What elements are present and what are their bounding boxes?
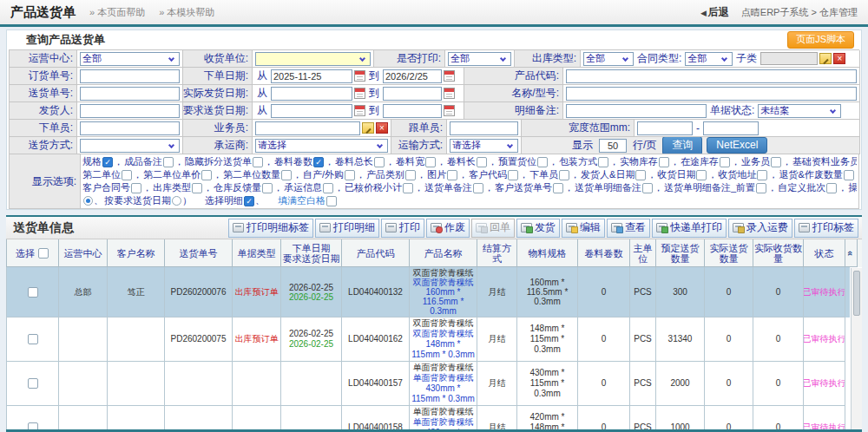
toolbar-button[interactable]: 发货 bbox=[516, 219, 560, 238]
option-checkbox[interactable]: ✓ bbox=[244, 196, 254, 206]
toolbar-button[interactable]: 录入运费 bbox=[728, 219, 792, 238]
option-checkbox[interactable] bbox=[598, 157, 608, 167]
page-help-link[interactable]: » 本页面帮助 bbox=[89, 6, 145, 19]
option-checkbox[interactable] bbox=[642, 183, 653, 193]
option-checkbox[interactable] bbox=[323, 183, 333, 193]
toolbar-button[interactable]: 查看 bbox=[607, 219, 650, 238]
option-radio[interactable] bbox=[83, 196, 93, 206]
row-checkbox[interactable] bbox=[28, 378, 38, 389]
calendar-icon[interactable] bbox=[444, 70, 455, 82]
outbound-type-select[interactable]: 全部 bbox=[583, 52, 634, 66]
toolbar-button[interactable]: 快递单打印 bbox=[652, 219, 727, 238]
name-model-input[interactable] bbox=[566, 87, 857, 101]
option-checkbox[interactable] bbox=[447, 170, 457, 180]
netexcel-button[interactable]: NetExcel bbox=[707, 137, 767, 154]
option-checkbox[interactable] bbox=[696, 170, 707, 180]
subclass-picker-icon[interactable] bbox=[819, 53, 832, 64]
option-checkbox[interactable] bbox=[720, 157, 730, 167]
doc-status-select[interactable]: 未结案 bbox=[758, 104, 841, 118]
option-checkbox[interactable] bbox=[281, 170, 292, 180]
product-name-link[interactable]: 单面背胶青稞纸420mm * 148mm * 0.3mm bbox=[411, 417, 476, 432]
order-date-from-input[interactable] bbox=[271, 69, 352, 83]
toolbar-button[interactable]: 打印 bbox=[381, 219, 424, 238]
subclass-clear-icon[interactable]: × bbox=[833, 53, 845, 64]
merchandiser-input[interactable] bbox=[450, 121, 518, 135]
option-checkbox[interactable] bbox=[473, 183, 483, 193]
back-button[interactable]: ◀后退 bbox=[700, 5, 729, 20]
actual-ship-date-to-input[interactable] bbox=[383, 87, 442, 101]
salesman-clear-icon[interactable]: × bbox=[376, 122, 388, 134]
product-name-link[interactable]: 单面背胶青稞纸430mm * 115mm * 0.3mm bbox=[411, 373, 476, 404]
query-button[interactable]: 查询 bbox=[662, 137, 702, 154]
breadcrumb-module[interactable]: 仓库管理 bbox=[819, 7, 858, 17]
option-checkbox[interactable] bbox=[659, 157, 669, 167]
option-checkbox[interactable] bbox=[262, 183, 273, 193]
option-radio[interactable] bbox=[172, 196, 181, 206]
receiver-unit-select[interactable] bbox=[255, 52, 371, 66]
row-checkbox[interactable] bbox=[28, 334, 38, 344]
option-link-label[interactable]: 填满空白格 bbox=[278, 194, 326, 207]
option-checkbox[interactable] bbox=[508, 170, 518, 180]
option-checkbox[interactable] bbox=[756, 183, 766, 193]
breadcrumb-system[interactable]: 点晴ERP子系统 bbox=[741, 7, 809, 17]
carrier-select[interactable]: 请选择 bbox=[255, 139, 388, 153]
contract-type-select[interactable]: 全部 bbox=[685, 52, 733, 66]
option-checkbox[interactable] bbox=[122, 170, 132, 180]
toolbar-button[interactable]: 打印明细标签 bbox=[228, 219, 313, 238]
product-name-link[interactable]: 双面背胶青稞纸160mm * 116.5mm * 0.3mm bbox=[411, 278, 476, 316]
option-checkbox[interactable] bbox=[345, 170, 355, 180]
toolbar-button[interactable]: 打印明细 bbox=[315, 219, 379, 238]
option-checkbox[interactable] bbox=[403, 183, 413, 193]
toolbar-button[interactable]: 回单 bbox=[471, 219, 515, 238]
page-js-script-button[interactable]: 页面JS脚本 bbox=[787, 31, 854, 49]
calendar-icon[interactable] bbox=[444, 105, 455, 116]
printed-select[interactable]: 全部 bbox=[448, 52, 511, 66]
option-checkbox[interactable] bbox=[163, 157, 174, 167]
option-checkbox[interactable] bbox=[253, 157, 263, 167]
delivery-method-select[interactable] bbox=[80, 139, 180, 153]
calendar-icon[interactable] bbox=[354, 88, 365, 99]
option-checkbox[interactable] bbox=[405, 170, 416, 180]
module-help-link[interactable]: » 本模块帮助 bbox=[159, 6, 214, 19]
option-checkbox[interactable] bbox=[771, 157, 781, 167]
row-checkbox[interactable] bbox=[28, 422, 38, 432]
transport-method-select[interactable]: 请选择 bbox=[450, 139, 518, 153]
vertical-scrollbar[interactable] bbox=[851, 268, 862, 432]
width-min-input[interactable] bbox=[637, 121, 693, 135]
operation-center-select[interactable]: 全部 bbox=[80, 52, 180, 66]
option-checkbox[interactable] bbox=[826, 183, 837, 193]
shipper-input[interactable] bbox=[80, 104, 180, 118]
option-checkbox[interactable] bbox=[192, 183, 202, 193]
option-checkbox[interactable] bbox=[757, 170, 767, 180]
width-max-input[interactable] bbox=[703, 121, 759, 135]
salesman-input[interactable] bbox=[255, 121, 360, 135]
option-checkbox[interactable]: ✓ bbox=[313, 157, 324, 167]
option-checkbox[interactable]: ✓ bbox=[102, 157, 113, 167]
option-checkbox[interactable] bbox=[477, 157, 487, 167]
scrollbar-thumb[interactable] bbox=[853, 271, 860, 316]
option-checkbox[interactable] bbox=[201, 170, 212, 180]
rows-per-page-input[interactable] bbox=[599, 139, 627, 153]
option-checkbox[interactable] bbox=[537, 157, 548, 167]
salesman-picker-icon[interactable] bbox=[362, 122, 374, 134]
select-all-checkbox[interactable] bbox=[38, 248, 49, 259]
toolbar-button[interactable]: 编辑 bbox=[562, 219, 605, 238]
required-date-to-input[interactable] bbox=[383, 104, 442, 118]
row-checkbox[interactable] bbox=[28, 287, 38, 298]
actual-ship-date-from-input[interactable] bbox=[271, 87, 352, 101]
column-header-collapse[interactable]: « bbox=[845, 239, 858, 267]
option-checkbox[interactable] bbox=[326, 196, 337, 206]
option-checkbox[interactable] bbox=[635, 170, 646, 180]
option-checkbox[interactable] bbox=[131, 183, 141, 193]
calendar-icon[interactable] bbox=[444, 88, 455, 99]
option-checkbox[interactable] bbox=[553, 183, 563, 193]
option-checkbox[interactable] bbox=[374, 157, 385, 167]
order-no-input[interactable] bbox=[80, 69, 180, 83]
order-date-to-input[interactable] bbox=[383, 69, 442, 83]
orderer-input[interactable] bbox=[80, 121, 180, 135]
required-date-from-input[interactable] bbox=[271, 104, 352, 118]
toolbar-button[interactable]: 作废 bbox=[426, 219, 470, 238]
detail-note-input[interactable] bbox=[566, 104, 707, 118]
toolbar-button[interactable]: 打印标签 bbox=[794, 219, 858, 238]
delivery-no-input[interactable] bbox=[80, 87, 180, 101]
